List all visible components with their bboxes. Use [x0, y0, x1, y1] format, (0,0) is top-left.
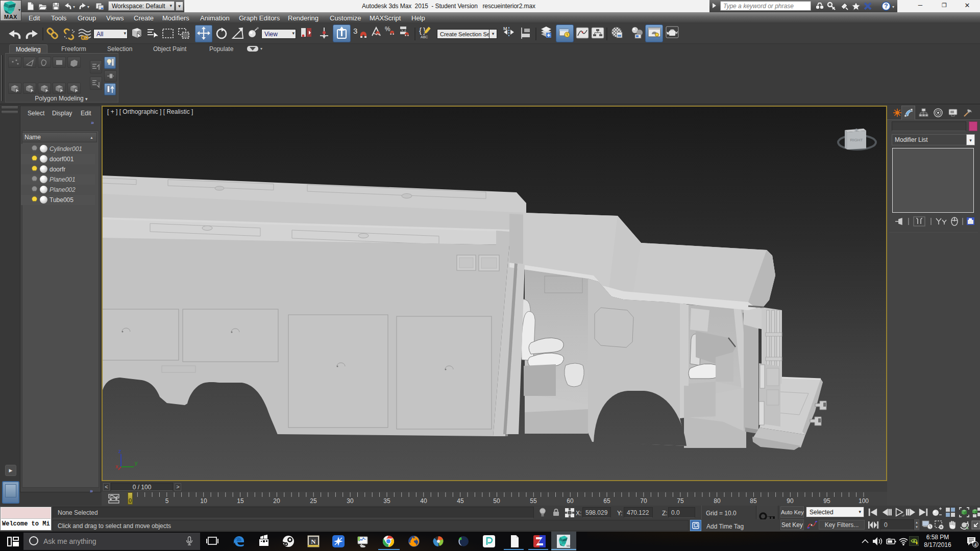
- svg-text:%: %: [385, 26, 390, 33]
- svg-text:4: 4: [974, 542, 976, 547]
- svg-text:RIGHT: RIGHT: [850, 138, 863, 142]
- svg-text:x: x: [115, 463, 118, 469]
- svg-text:N: N: [311, 538, 316, 545]
- svg-text:MAX: MAX: [567, 544, 570, 547]
- svg-text:?: ?: [884, 3, 888, 10]
- svg-text:ABC: ABC: [421, 35, 428, 39]
- svg-text:y: y: [135, 460, 138, 466]
- svg-text:M: M: [503, 26, 507, 31]
- svg-text:[ + ] [ Orthographic ] [ Reali: [ + ] [ Orthographic ] [ Realistic ]: [107, 108, 193, 115]
- svg-text:z: z: [118, 448, 121, 454]
